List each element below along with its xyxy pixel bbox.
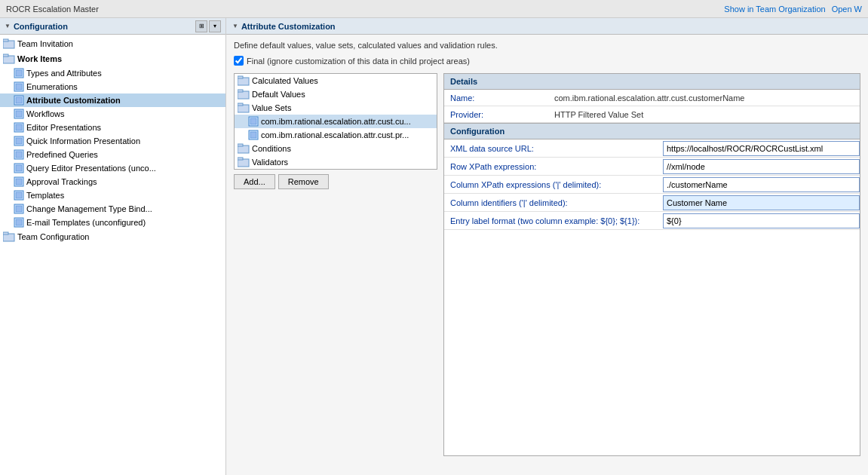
tree-item-label: Attribute Customization bbox=[26, 96, 121, 105]
left-tree-item[interactable]: Team Invitation bbox=[0, 36, 225, 51]
left-tree-item[interactable]: E-mail Templates (unconfigured) bbox=[0, 216, 225, 229]
svg-rect-25 bbox=[16, 206, 22, 212]
tree-item-icon bbox=[14, 204, 24, 214]
tree-item-label: Types and Attributes bbox=[26, 69, 102, 78]
attr-main-area: Calculated ValuesDefault ValuesValue Set… bbox=[234, 73, 860, 456]
attr-folder-icon bbox=[238, 75, 250, 86]
toolbar-button-2[interactable]: ▾ bbox=[209, 20, 221, 32]
left-panel-tree: Team InvitationWork ItemsTypes and Attri… bbox=[0, 35, 225, 475]
final-checkbox[interactable] bbox=[234, 56, 244, 66]
col-id-input[interactable] bbox=[663, 195, 860, 210]
svg-rect-35 bbox=[238, 103, 243, 106]
left-tree-item[interactable]: Workflows bbox=[0, 107, 225, 121]
attr-tree-item-label: com.ibm.rational.escalation.attr.cust.pr… bbox=[261, 130, 409, 139]
attr-customization-title: Attribute Customization bbox=[232, 22, 336, 31]
open-w-link[interactable]: Open W bbox=[832, 5, 862, 14]
tree-item-label: Workflows bbox=[26, 109, 65, 118]
remove-button[interactable]: Remove bbox=[278, 174, 329, 189]
left-tree-item[interactable]: Work Items bbox=[0, 51, 225, 66]
tree-item-label: Team Configuration bbox=[17, 232, 89, 241]
attr-folder-icon bbox=[238, 103, 250, 113]
name-label: Name: bbox=[444, 91, 550, 105]
svg-rect-43 bbox=[238, 158, 243, 160]
attr-tree-item[interactable]: Calculated Values bbox=[235, 74, 437, 87]
right-panel: Attribute Customization Define default v… bbox=[226, 18, 868, 475]
svg-rect-7 bbox=[16, 84, 22, 90]
left-tree-item[interactable]: Approval Trackings bbox=[0, 175, 225, 188]
tree-item-icon bbox=[14, 122, 24, 133]
add-button[interactable]: Add... bbox=[234, 174, 275, 189]
svg-rect-5 bbox=[16, 70, 22, 76]
svg-rect-41 bbox=[238, 144, 243, 146]
attr-item-icon bbox=[248, 130, 259, 140]
tree-item-label: Work Items bbox=[17, 54, 62, 63]
row-xpath-label: Row XPath expression: bbox=[444, 160, 663, 173]
tree-item-label: Templates bbox=[26, 191, 64, 200]
tree-item-icon bbox=[14, 149, 24, 160]
attr-tree-item-label: Calculated Values bbox=[252, 76, 318, 85]
left-tree-item[interactable]: Quick Information Presentation bbox=[0, 134, 225, 148]
configuration-panel-title: Configuration bbox=[5, 22, 68, 31]
attr-tree-item-label: Validators bbox=[252, 158, 288, 167]
tree-item-label: E-mail Templates (unconfigured) bbox=[26, 218, 146, 227]
attr-folder-icon bbox=[238, 89, 250, 100]
tree-item-icon bbox=[14, 176, 24, 187]
attr-tree-item[interactable]: Value Sets bbox=[235, 101, 437, 115]
svg-rect-15 bbox=[16, 138, 22, 144]
attr-tree-item[interactable]: Conditions bbox=[235, 142, 437, 155]
left-tree-item[interactable]: Enumerations bbox=[0, 80, 225, 93]
attr-tree-item-label: com.ibm.rational.escalation.attr.cust.cu… bbox=[261, 117, 411, 126]
entry-label-row: Entry label format (two column example: … bbox=[444, 212, 860, 230]
svg-rect-33 bbox=[238, 90, 243, 92]
attr-buttons: Add... Remove bbox=[234, 174, 437, 189]
left-tree-item[interactable]: Editor Presentations bbox=[0, 121, 225, 134]
left-tree-item[interactable]: Templates bbox=[0, 188, 225, 202]
attr-tree-item[interactable]: Default Values bbox=[235, 87, 437, 101]
left-tree-item[interactable]: Team Configuration bbox=[0, 229, 225, 244]
svg-rect-13 bbox=[16, 124, 22, 130]
name-value: com.ibm.rational.escalation.attr.cust.cu… bbox=[550, 91, 860, 105]
left-tree-item[interactable]: Change Management Type Bind... bbox=[0, 202, 225, 216]
left-tree-item[interactable]: Attribute Customization bbox=[0, 93, 225, 107]
col-id-row: Column identifiers ('|' delimited): bbox=[444, 194, 860, 212]
svg-rect-37 bbox=[250, 118, 256, 124]
provider-label: Provider: bbox=[444, 108, 550, 121]
tree-item-icon bbox=[14, 217, 24, 228]
svg-rect-23 bbox=[16, 192, 22, 198]
tree-item-label: Predefined Queries bbox=[26, 150, 98, 159]
final-checkbox-label: Final (ignore customization of this data… bbox=[247, 57, 470, 66]
svg-rect-21 bbox=[16, 179, 22, 185]
attr-folder-icon bbox=[238, 157, 250, 167]
row-xpath-input[interactable] bbox=[663, 159, 860, 174]
svg-rect-19 bbox=[16, 165, 22, 171]
show-in-team-org-link[interactable]: Show in Team Organization bbox=[724, 5, 825, 14]
tree-item-label: Quick Information Presentation bbox=[26, 136, 140, 146]
entry-label-label: Entry label format (two column example: … bbox=[444, 214, 663, 228]
window-title: ROCR Escalation Master bbox=[6, 5, 99, 14]
entry-label-input[interactable] bbox=[663, 213, 860, 228]
tree-item-icon bbox=[14, 95, 24, 106]
folder-icon bbox=[3, 53, 15, 65]
attr-tree-item[interactable]: Validators bbox=[235, 155, 437, 169]
toolbar-button-1[interactable]: ⊞ bbox=[195, 20, 207, 32]
svg-rect-1 bbox=[3, 39, 8, 41]
left-tree-item[interactable]: Types and Attributes bbox=[0, 66, 225, 80]
tree-item-icon bbox=[14, 190, 24, 201]
xml-url-input[interactable] bbox=[663, 141, 860, 156]
col-xpath-label: Column XPath expressions ('|' delimited)… bbox=[444, 178, 663, 192]
col-xpath-input[interactable] bbox=[663, 177, 860, 192]
attr-tree-container: Calculated ValuesDefault ValuesValue Set… bbox=[234, 73, 437, 456]
attr-tree-item[interactable]: com.ibm.rational.escalation.attr.cust.pr… bbox=[235, 128, 437, 142]
attr-tree-item-label: Conditions bbox=[252, 144, 291, 153]
attr-item-icon bbox=[248, 116, 259, 127]
xml-url-label: XML data source URL: bbox=[444, 142, 663, 155]
left-tree-item[interactable]: Predefined Queries bbox=[0, 148, 225, 161]
svg-rect-9 bbox=[16, 97, 22, 103]
attr-tree-item[interactable]: com.ibm.rational.escalation.attr.cust.cu… bbox=[235, 115, 437, 128]
col-id-label: Column identifiers ('|' delimited): bbox=[444, 196, 663, 210]
right-panel-content: Define default values, value sets, calcu… bbox=[226, 35, 868, 475]
tree-item-label: Change Management Type Bind... bbox=[26, 204, 152, 213]
left-tree-item[interactable]: Query Editor Presentations (unco... bbox=[0, 161, 225, 175]
xml-url-row: XML data source URL: bbox=[444, 139, 860, 158]
title-bar-links: Show in Team Organization Open W bbox=[724, 5, 862, 14]
